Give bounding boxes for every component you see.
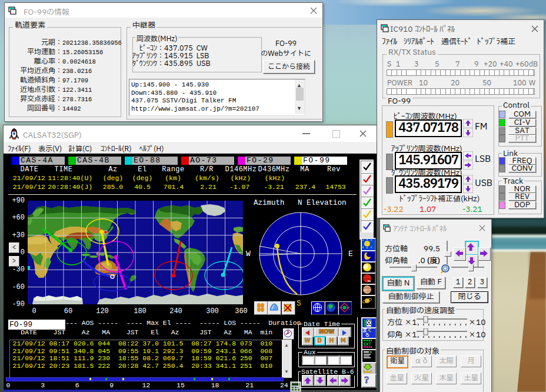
svg-text:?: ? [364, 375, 369, 384]
svg-text:EXT: EXT [364, 342, 371, 347]
